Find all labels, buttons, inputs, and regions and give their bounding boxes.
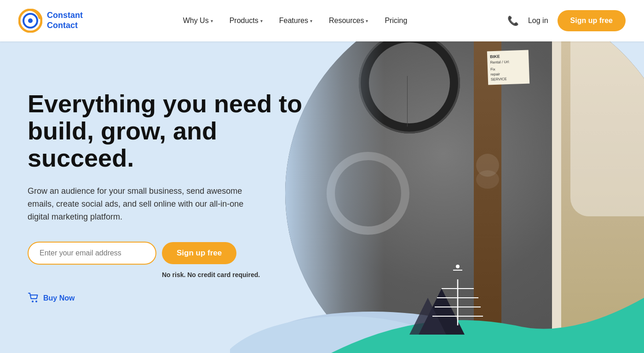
hero-subtext: Grow an audience for your small business… — [28, 185, 258, 224]
nav-products[interactable]: Products ▾ — [230, 17, 263, 25]
site-header: Constant Contact Why Us ▾ Products ▾ Fea… — [0, 0, 644, 41]
no-risk-text: No risk. No credit card required. — [162, 271, 304, 278]
logo-link[interactable]: Constant Contact — [18, 9, 83, 33]
svg-point-2 — [28, 18, 33, 23]
hero-signup-button[interactable]: Sign up free — [162, 242, 236, 264]
chevron-down-icon: ▾ — [211, 18, 213, 23]
logo-text: Constant Contact — [47, 11, 83, 30]
hero-headline: Everything you need to build, grow, and … — [28, 90, 304, 172]
svg-point-13 — [32, 301, 34, 302]
main-nav: Why Us ▾ Products ▾ Features ▾ Resources… — [183, 17, 408, 25]
hero-content: Everything you need to build, grow, and … — [0, 41, 331, 353]
login-link[interactable]: Log in — [528, 17, 548, 25]
chevron-down-icon: ▾ — [310, 18, 312, 23]
nav-pricing[interactable]: Pricing — [385, 17, 407, 25]
header-actions: 📞 Log in Sign up free — [507, 10, 626, 31]
buy-now-label: Buy Now — [43, 294, 75, 302]
header-signup-button[interactable]: Sign up free — [558, 10, 626, 31]
decoration-illustration — [386, 252, 488, 335]
phone-icon[interactable]: 📞 — [507, 15, 519, 26]
email-form: Sign up free — [28, 242, 304, 265]
email-input[interactable] — [28, 242, 156, 265]
svg-point-11 — [456, 265, 460, 268]
hero-section: BIKE Rental / Url: Fix repair SERVICE — [0, 41, 644, 353]
buy-now-link[interactable]: Buy Now — [28, 292, 304, 304]
chevron-down-icon: ▾ — [366, 18, 368, 23]
nav-features[interactable]: Features ▾ — [279, 17, 312, 25]
logo-icon — [18, 9, 42, 33]
chevron-down-icon: ▾ — [260, 18, 263, 23]
green-wave — [331, 270, 644, 353]
cart-icon — [28, 292, 40, 304]
nav-why-us[interactable]: Why Us ▾ — [183, 17, 213, 25]
svg-point-14 — [35, 301, 37, 302]
nav-resources[interactable]: Resources ▾ — [329, 17, 368, 25]
